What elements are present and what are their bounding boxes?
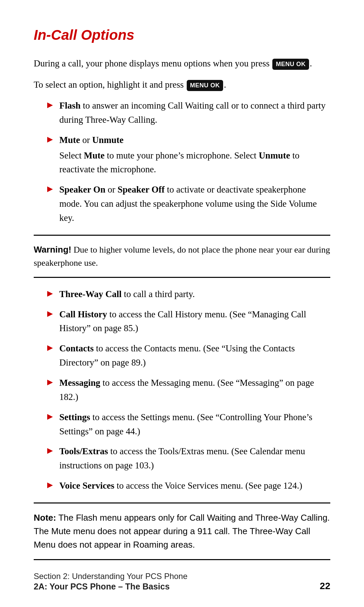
bullet-tools-term: Tools/Extras (59, 446, 108, 456)
intro-line-1: During a call, your phone displays menu … (34, 57, 330, 70)
bullet-speakeron-term: Speaker On (59, 184, 105, 195)
intro2-after: . (224, 80, 226, 90)
bullet-flash: Flash to answer an incoming Call Waiting… (47, 99, 330, 127)
intro2-before: To select an option, highlight it and pr… (34, 80, 184, 90)
page-container: In-Call Options During a call, your phon… (0, 0, 364, 607)
bullet-flash-text: to answer an incoming Call Waiting call … (59, 100, 326, 125)
bullet-voiceservices-text: to access the Voice Services menu. (See … (114, 481, 302, 491)
bullet-contacts: Contacts to access the Contacts menu. (S… (47, 342, 330, 370)
bullet-settings-term: Settings (59, 412, 90, 422)
section-title: In-Call Options (34, 27, 330, 43)
warning-text: Due to higher volume levels, do not plac… (34, 245, 330, 268)
bullet-voiceservices: Voice Services to access the Voice Servi… (47, 479, 330, 493)
bullet-speaker-or: or (105, 184, 118, 195)
bullet-mute-term: Mute (59, 135, 80, 145)
warning-label: Warning! (34, 244, 71, 255)
bullet-flash-term: Flash (59, 100, 81, 111)
bullet-messaging-term: Messaging (59, 378, 100, 388)
menu-badge-2: MENU OK (187, 80, 223, 91)
bullet-speakeroff-term: Speaker Off (118, 184, 165, 195)
footer: Section 2: Understanding Your PCS Phone … (34, 572, 330, 591)
intro1-before: During a call, your phone displays menu … (34, 58, 270, 68)
bullet-mute: Mute or Unmute Select Mute to mute your … (47, 133, 330, 177)
top-bullet-list: Flash to answer an incoming Call Waiting… (47, 99, 330, 225)
bullet-threeway: Three‑Way Call to call a third party. (47, 287, 330, 301)
bullet-callhistory: Call History to access the Call History … (47, 308, 330, 336)
menu-badge-1: MENU OK (272, 59, 309, 70)
note-text: The Flash menu appears only for Call Wai… (34, 513, 330, 550)
bullet-contacts-text: to access the Contacts menu. (See “Using… (59, 343, 295, 368)
footer-page-number: 22 (320, 581, 330, 591)
bullet-speaker: Speaker On or Speaker Off to activate or… (47, 183, 330, 225)
note-label: Note: (34, 513, 56, 523)
bullet-threeway-term: Three‑Way Call (59, 289, 122, 299)
bullet-callhistory-term: Call History (59, 309, 107, 319)
intro-line-2: To select an option, highlight it and pr… (34, 78, 330, 92)
bullet-contacts-term: Contacts (59, 343, 94, 353)
bottom-bullet-list: Three‑Way Call to call a third party. Ca… (47, 287, 330, 493)
bullet-mute-or: or (80, 135, 92, 145)
warning-box: Warning! Due to higher volume levels, do… (34, 235, 330, 278)
bullet-settings-text: to access the Settings menu. (See “Contr… (59, 412, 312, 436)
footer-section: Section 2: Understanding Your PCS Phone (34, 572, 187, 581)
intro1-after: . (310, 58, 312, 68)
bullet-unmute-term: Unmute (92, 135, 123, 145)
note-box: Note: The Flash menu appears only for Ca… (34, 502, 330, 560)
footer-subsection: 2A: Your PCS Phone – The Basics (34, 582, 187, 591)
bullet-voiceservices-term: Voice Services (59, 481, 114, 491)
bullet-settings: Settings to access the Settings menu. (S… (47, 410, 330, 439)
bullet-threeway-text: to call a third party. (122, 289, 195, 299)
bullet-tools: Tools/Extras to access the Tools/Extras … (47, 444, 330, 473)
bullet-messaging: Messaging to access the Messaging menu. … (47, 376, 330, 404)
footer-left: Section 2: Understanding Your PCS Phone … (34, 572, 187, 591)
bullet-mute-subtext: Select Mute to mute your phone’s microph… (59, 149, 330, 177)
